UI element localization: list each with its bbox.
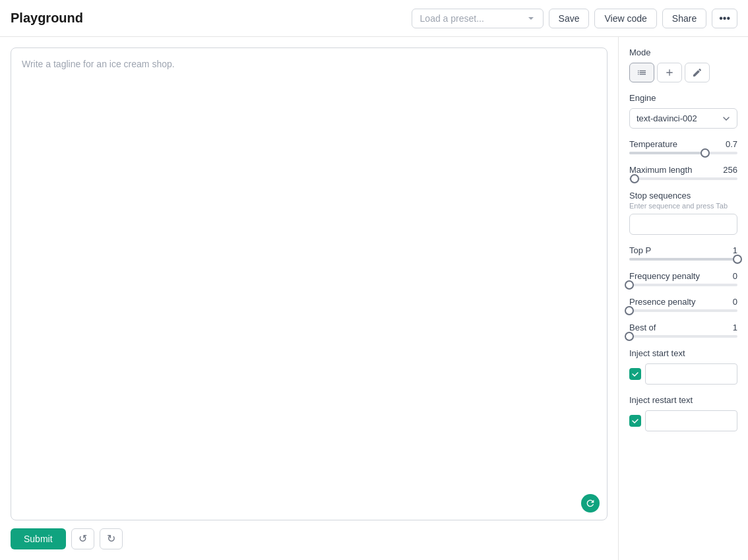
frequency-penalty-slider[interactable] [629,284,737,286]
max-length-thumb[interactable] [630,174,639,183]
engine-dropdown[interactable]: text-davinci-002 [629,108,737,129]
top-p-value: 1 [733,245,737,255]
frequency-penalty-section: Frequency penalty 0 [629,271,737,286]
stop-sequences-label: Stop sequences [629,191,737,201]
bottom-actions: Submit ↺ ↻ [11,528,608,549]
max-length-slider[interactable] [629,177,737,180]
mode-insert-button[interactable] [657,63,682,82]
max-length-label: Maximum length [629,165,692,175]
redo-button[interactable]: ↻ [100,528,123,549]
inject-restart-label: Inject restart text [629,395,737,405]
regenerate-icon [585,498,596,509]
stop-sequences-hint: Enter sequence and press Tab [629,202,737,210]
top-p-slider[interactable] [629,258,737,261]
best-of-label: Best of [629,323,656,332]
top-p-section: Top P 1 [629,245,737,261]
left-panel: Submit ↺ ↻ [0,37,619,560]
right-panel: Mode Engine text-davinci-002 [619,37,748,560]
inject-restart-section: Inject restart text ▲ ▼ [629,395,737,431]
share-button[interactable]: Share [662,9,706,28]
mode-section: Mode [629,47,737,82]
max-length-row: Maximum length 256 [629,165,737,175]
frequency-penalty-thumb[interactable] [625,280,634,290]
temperature-slider[interactable] [629,152,737,154]
inject-start-input[interactable] [646,367,737,382]
editor-wrapper [11,47,608,520]
page-title: Playground [11,11,83,26]
submit-button[interactable]: Submit [11,528,66,549]
main-layout: Submit ↺ ↻ Mode [0,37,748,560]
temperature-value: 0.7 [726,139,737,149]
inject-start-checkbox[interactable] [629,368,641,380]
header: Playground Load a preset... Save View co… [0,0,748,37]
editor-textarea[interactable] [11,47,608,520]
presence-penalty-slider[interactable] [629,309,737,312]
top-p-thumb[interactable] [733,255,742,264]
temperature-label: Temperature [629,139,677,149]
inject-start-input-wrapper: ▲ ▼ [645,363,737,385]
mode-buttons [629,63,737,82]
presence-penalty-row: Presence penalty 0 [629,297,737,307]
preset-placeholder: Load a preset... [420,13,484,24]
inject-restart-input-wrapper: ▲ ▼ [645,410,737,431]
best-of-row: Best of 1 [629,323,737,332]
inject-restart-checkbox[interactable] [629,415,641,427]
presence-penalty-label: Presence penalty [629,297,695,307]
engine-value: text-davinci-002 [637,113,697,123]
insert-icon [664,67,675,78]
mode-label: Mode [629,47,737,57]
stop-sequences-section: Stop sequences Enter sequence and press … [629,191,737,235]
max-length-value: 256 [723,165,737,175]
undo-icon: ↺ [78,533,87,544]
mode-complete-button[interactable] [629,63,654,82]
engine-chevron-icon [722,115,730,123]
more-icon: ••• [719,13,730,24]
temperature-fill [629,152,705,154]
temperature-row: Temperature 0.7 [629,139,737,149]
best-of-thumb[interactable] [625,332,634,341]
inject-restart-row: ▲ ▼ [629,410,737,431]
best-of-section: Best of 1 [629,323,737,338]
best-of-value: 1 [733,323,737,332]
frequency-penalty-value: 0 [733,271,737,281]
top-p-row: Top P 1 [629,245,737,255]
presence-penalty-value: 0 [733,297,737,307]
redo-icon: ↻ [107,533,115,544]
complete-icon [637,67,647,78]
mode-edit-button[interactable] [685,63,710,82]
edit-icon [692,67,702,78]
regenerate-button[interactable] [581,494,600,513]
header-actions: Load a preset... Save View code Share ••… [412,9,737,28]
inject-start-label: Inject start text [629,348,737,358]
top-p-label: Top P [629,245,651,255]
max-length-section: Maximum length 256 [629,165,737,180]
frequency-penalty-row: Frequency penalty 0 [629,271,737,281]
inject-restart-input[interactable] [646,414,737,429]
presence-penalty-section: Presence penalty 0 [629,297,737,312]
view-code-button[interactable]: View code [594,9,656,28]
inject-start-row: ▲ ▼ [629,363,737,385]
undo-button[interactable]: ↺ [71,528,94,549]
engine-section: Engine text-davinci-002 [629,93,737,129]
top-p-fill [629,258,737,261]
temperature-section: Temperature 0.7 [629,139,737,154]
temperature-thumb[interactable] [701,148,710,158]
more-button[interactable]: ••• [712,9,737,28]
best-of-slider[interactable] [629,335,737,338]
engine-label: Engine [629,93,737,103]
inject-start-section: Inject start text ▲ ▼ [629,348,737,385]
stop-sequences-input[interactable] [629,214,737,235]
save-button[interactable]: Save [549,9,590,28]
frequency-penalty-label: Frequency penalty [629,271,700,281]
chevron-down-icon [527,15,535,22]
check-icon [631,370,639,378]
presence-penalty-thumb[interactable] [625,306,634,315]
preset-dropdown[interactable]: Load a preset... [412,9,544,28]
check-icon-2 [631,417,639,425]
